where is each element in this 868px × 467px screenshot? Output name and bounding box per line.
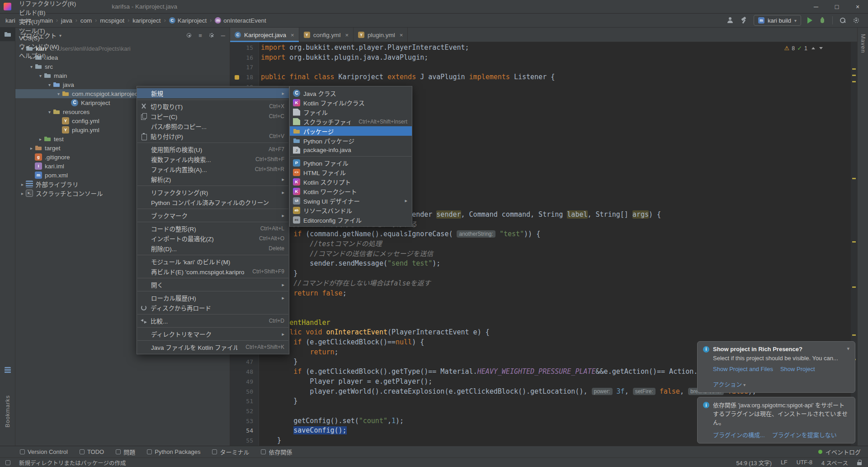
breadcrumb-item[interactable]: mcspigot (100, 17, 124, 24)
menu-item[interactable]: Python コンパイル済みファイルのクリーン (137, 197, 289, 207)
menu-item[interactable]: package-info.java (290, 145, 412, 155)
search-everywhere-icon[interactable] (839, 17, 846, 24)
toolwindow-button[interactable]: Version Control (20, 448, 68, 455)
menu-item[interactable]: リファクタリング(R)▸ (137, 187, 289, 197)
menu-item[interactable]: HTML ファイル (290, 167, 412, 177)
class-gutter-icon[interactable] (235, 75, 239, 80)
breadcrumb-item[interactable]: Kariproject (169, 17, 207, 24)
next-issue-icon[interactable] (819, 47, 823, 49)
code-line[interactable]: import org.bukkit.plugin.java.JavaPlugin… (261, 53, 428, 63)
menu-item[interactable]: 比較...Ctrl+D (137, 316, 289, 326)
status-widget[interactable]: 54:9 (13 文字) (736, 458, 772, 467)
menu-item[interactable]: 新規▸ (137, 88, 289, 98)
close-tab-icon[interactable]: × (291, 32, 294, 38)
menubar-item[interactable]: VCS(S) (15, 35, 80, 42)
editor-tab[interactable]: Kariproject.java× (230, 28, 299, 42)
build-icon[interactable] (740, 17, 747, 24)
maximize-button[interactable]: □ (826, 0, 847, 13)
code-line[interactable]: public void onInteractEvent(PlayerIntera… (261, 328, 490, 338)
menu-item[interactable]: 貼り付け(P)Ctrl+V (137, 131, 289, 141)
menu-item[interactable]: モジュール 'kari' のビルド(M) (137, 257, 289, 267)
panel-settings-icon[interactable] (208, 32, 215, 38)
menu-item[interactable]: インポートの最適化(Z)Ctrl+Alt+O (137, 234, 289, 243)
menu-item[interactable]: ブックマーク▸ (137, 210, 289, 220)
close-tab-icon[interactable]: × (400, 32, 403, 38)
toolwindow-button[interactable]: TODO (80, 448, 104, 455)
menu-item[interactable]: 解析(Z)▸ (137, 174, 289, 184)
code-line[interactable]: } (261, 436, 281, 446)
breadcrumb-item[interactable]: kariproject (132, 17, 160, 24)
close-button[interactable]: × (847, 0, 868, 13)
notification-link[interactable]: アクション ▾ (713, 380, 745, 388)
menubar-item[interactable]: ウィンドウ(W) (15, 42, 80, 51)
status-widget[interactable]: LF (781, 459, 788, 466)
chevron-down-icon[interactable]: ▾ (55, 91, 62, 96)
code-with-me-icon[interactable] (726, 17, 734, 24)
menu-item[interactable]: 使用箇所の検索(U)Alt+F7 (137, 144, 289, 154)
menubar-item[interactable]: ビルド(B) (15, 8, 80, 17)
bookmarks-toolwindow-button[interactable]: Bookmarks (5, 395, 11, 428)
code-line[interactable]: import org.bukkit.event.player.PlayerInt… (261, 43, 469, 53)
menu-item[interactable]: Kotlin ワークシート (290, 186, 412, 196)
tree-item[interactable]: ▾main (15, 71, 230, 80)
collapse-icon[interactable]: ▾ (847, 346, 849, 352)
code-line[interactable]: getConfig().set("count",1); (261, 416, 404, 426)
breadcrumb-item[interactable]: kari (5, 17, 15, 24)
tree-item[interactable]: ▾src (15, 62, 230, 71)
menu-item[interactable]: 開く▸ (137, 280, 289, 290)
debug-button[interactable] (819, 17, 826, 24)
line-number[interactable]: 49 (246, 377, 253, 387)
line-number[interactable]: 50 (246, 387, 253, 397)
line-number[interactable]: 17 (246, 62, 253, 72)
menubar-item[interactable]: ツール(T) (15, 26, 80, 35)
menu-item[interactable]: コードの整形(R)Ctrl+Alt+L (137, 224, 289, 234)
code-line[interactable]: Player player = e.getPlayer(); (261, 377, 432, 387)
menu-item[interactable]: ファイル内置換(A)...Ctrl+Shift+R (137, 164, 289, 174)
notification-link[interactable]: プラグインの構成... (713, 430, 765, 439)
code-line[interactable]: if (e.getClickedBlock().getType()== Mate… (261, 367, 743, 377)
line-number[interactable]: 15 (246, 43, 253, 53)
toolwindow-button[interactable]: 問題 (116, 448, 135, 456)
chevron-right-icon[interactable]: ▸ (37, 137, 44, 142)
menubar-item[interactable]: ヘルプ(H) (15, 51, 80, 60)
menubar-item[interactable]: 実行(U) (15, 17, 80, 26)
menu-item[interactable]: Kotlin ファイル/クラス (290, 98, 412, 107)
prev-issue-icon[interactable] (811, 47, 815, 49)
structure-icon[interactable] (5, 367, 11, 373)
chevron-right-icon[interactable]: ▸ (28, 146, 35, 151)
menu-item[interactable]: 再ビルド(E) 'com.mcspigot.kariproject'Ctrl+S… (137, 267, 289, 276)
menu-item[interactable]: 複数ファイル内検索...Ctrl+Shift+F (137, 154, 289, 164)
menu-item[interactable]: ディスクから再ロード (137, 303, 289, 313)
code-line[interactable]: public final class Kariproject extends J… (261, 72, 555, 82)
toolwindow-switcher-icon[interactable] (0, 460, 15, 465)
settings-icon[interactable] (853, 17, 860, 24)
hide-panel-icon[interactable]: ─ (221, 32, 225, 39)
maven-toolwindow-button[interactable]: Maven (860, 34, 866, 53)
close-tab-icon[interactable]: × (345, 32, 349, 38)
project-toolwindow-button[interactable] (0, 28, 15, 41)
minimize-button[interactable]: ─ (806, 0, 826, 13)
line-number[interactable]: 52 (246, 406, 253, 416)
menu-item[interactable]: ファイル (290, 107, 412, 117)
notification-link[interactable]: プラグインを提案しない (772, 430, 837, 439)
line-number[interactable]: 18 (246, 72, 253, 82)
menu-item[interactable]: 削除(D)...Delete (137, 243, 289, 253)
toolwindow-button[interactable]: ターミナル (212, 448, 249, 456)
menu-item[interactable]: パッケージ (290, 126, 412, 136)
menu-item[interactable]: Java クラス (290, 88, 412, 98)
line-number[interactable]: 54 (246, 426, 253, 436)
run-config-select[interactable]: kari build ▾ (754, 15, 801, 26)
chevron-down-icon[interactable]: ▾ (46, 82, 53, 87)
editor-tab[interactable]: config.yml× (299, 28, 354, 42)
line-number[interactable]: 48 (246, 367, 253, 377)
line-number[interactable]: 55 (246, 436, 253, 446)
menu-item[interactable]: Swing UI デザイナー▸ (290, 196, 412, 205)
locate-file-icon[interactable] (186, 32, 192, 38)
chevron-right-icon[interactable]: ▸ (19, 182, 26, 187)
inspections-widget[interactable]: ⚠ 8 ✓ 1 (784, 45, 823, 52)
code-line[interactable]: saveConfig(); (261, 426, 347, 436)
chevron-down-icon[interactable]: ▾ (28, 64, 35, 69)
menu-item[interactable]: Java ファイルを Kotlin ファイルに変換Ctrl+Alt+Shift+… (137, 342, 289, 352)
lock-icon[interactable] (857, 460, 862, 465)
chevron-down-icon[interactable]: ▾ (46, 110, 53, 114)
